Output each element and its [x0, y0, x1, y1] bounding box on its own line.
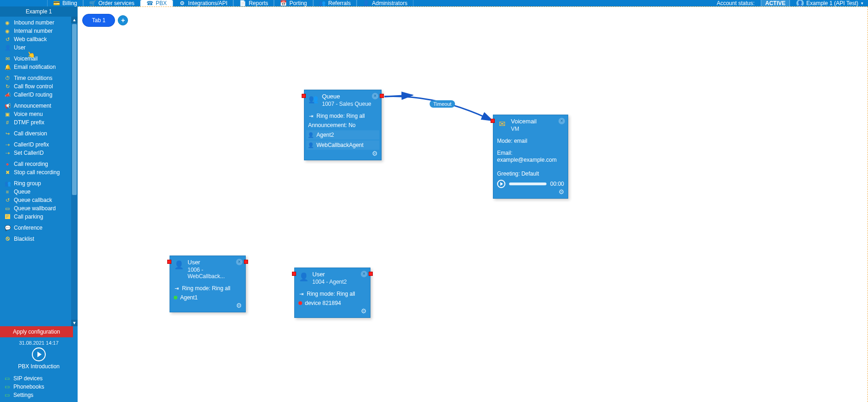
port-out[interactable] [369, 272, 373, 276]
palette-icon: 📣 [5, 92, 10, 97]
port-in[interactable] [302, 94, 306, 98]
nav-icon: 👤 [363, 0, 369, 6]
palette-item-callerid-routing[interactable]: 📣CallerID routing [0, 91, 78, 99]
play-greeting-button[interactable] [497, 180, 505, 188]
nav-label: PBX [156, 0, 167, 6]
gear-icon[interactable]: ⚙ [360, 307, 367, 315]
port-in[interactable] [292, 272, 296, 276]
palette-icon: ▣ [5, 112, 10, 117]
bottom-link-sip-devices[interactable]: ▭SIP devices [5, 374, 73, 383]
palette-item-queue[interactable]: ≡Queue [0, 188, 78, 196]
palette-label: Call flow control [14, 83, 53, 90]
node-user-1004[interactable]: × 👤 User 1004 - Agent2 ⇥Ring mode: Ring … [294, 268, 370, 318]
play-icon [500, 182, 503, 186]
link-icon: ▭ [5, 392, 10, 398]
avatar-icon: 👤 [796, 0, 804, 7]
palette-icon: ▭ [5, 206, 10, 211]
palette-item-call-parking[interactable]: 🅿Call parking [0, 213, 78, 221]
vm-email-value: example@example.com [497, 157, 557, 163]
palette-label: User [14, 44, 25, 51]
palette-item-queue-wallboard[interactable]: ▭Queue wallboard [0, 204, 78, 213]
port-out[interactable] [380, 94, 384, 98]
nav-label: Reports [249, 0, 268, 6]
close-icon[interactable]: × [236, 259, 243, 265]
close-icon[interactable]: × [372, 93, 378, 99]
palette-icon: ◉ [5, 20, 10, 25]
config-timestamp: 31.08.2021 14:17 [19, 340, 59, 346]
palette-label: Stop call recording [14, 169, 60, 176]
palette-item-internal-number[interactable]: ◉Internal number [0, 27, 78, 35]
scroll-up-icon[interactable]: ▲ [71, 17, 78, 23]
nav-tab-billing[interactable]: 💳Billing [47, 0, 83, 6]
apply-configuration-button[interactable]: Apply configuration [0, 326, 73, 337]
add-tab-button[interactable]: + [118, 15, 128, 25]
palette-label: CallerID routing [14, 91, 52, 98]
palette-item-voicemail[interactable]: ✉Voicemail [0, 55, 78, 63]
nav-icon: 🛒 [89, 0, 96, 6]
palette-item-call-flow-control[interactable]: ↻Call flow control [0, 82, 78, 91]
nav-tab-order-services[interactable]: 🛒Order services [83, 0, 140, 6]
nav-tab-integrations-api[interactable]: ⚙Integrations/API [173, 0, 233, 6]
nav-icon: ☎ [146, 0, 153, 6]
palette-item-ring-group[interactable]: 👥Ring group [0, 179, 78, 188]
call-flow-canvas[interactable]: Tab 1 + Timeout × 👥 Queue 1007 - Sal [78, 6, 868, 402]
palette-item-queue-callback[interactable]: ↺Queue callback [0, 196, 78, 204]
gear-icon[interactable]: ⚙ [235, 302, 243, 309]
palette-item-call-recording[interactable]: ●Call recording [0, 160, 78, 168]
scroll-down-icon[interactable]: ▼ [71, 320, 78, 326]
nav-tab-porting[interactable]: 📅Porting [274, 0, 313, 6]
node-subtitle: 1007 - Sales Queue [322, 101, 371, 107]
palette-item-user[interactable]: 👤User [0, 43, 78, 52]
palette-label: DTMF prefix [14, 119, 44, 126]
palette-item-announcement[interactable]: 📢Announcement [0, 102, 78, 110]
nav-tab-reports[interactable]: 📄Reports [233, 0, 274, 6]
user-icon: 👤 [308, 142, 314, 148]
palette-item-conference[interactable]: 💬Conference [0, 224, 78, 232]
bottom-link-settings[interactable]: ▭Settings [5, 391, 73, 399]
greeting-duration: 00:00 [550, 181, 564, 187]
palette-item-call-diversion[interactable]: ↪Call diversion [0, 129, 78, 138]
palette-item-time-conditions[interactable]: ⏱Time conditions [0, 74, 78, 82]
bottom-link-phonebooks[interactable]: ▭Phonebooks [5, 383, 73, 391]
palette-item-callerid-prefix[interactable]: ⇢CallerID prefix [0, 140, 78, 149]
canvas-tabs: Tab 1 + [82, 14, 128, 27]
palette-item-voice-menu[interactable]: ▣Voice menu [0, 110, 78, 118]
palette-item-dtmf-prefix[interactable]: #DTMF prefix [0, 118, 78, 127]
node-user-1006[interactable]: × 👤 User 1006 - WebCallback... ⇥Ring mod… [170, 256, 246, 312]
palette-icon: ↻ [5, 84, 10, 89]
nav-label: Referrals [328, 0, 351, 6]
close-icon[interactable]: × [361, 271, 367, 277]
nav-tab-administrators[interactable]: 👤Administrators [357, 0, 413, 6]
palette-item-web-callback[interactable]: ↺Web callback [0, 35, 78, 43]
palette-icon: ↪ [5, 131, 10, 136]
close-icon[interactable]: × [558, 118, 565, 124]
port-out[interactable] [244, 260, 248, 264]
vm-email-label: Email: [497, 150, 512, 156]
palette-item-stop-call-recording[interactable]: ✖Stop call recording [0, 168, 78, 177]
gear-icon[interactable]: ⚙ [371, 150, 378, 157]
palette-item-inbound-number[interactable]: ◉Inbound number [0, 18, 78, 27]
scroll-thumb[interactable] [72, 24, 77, 195]
port-in[interactable] [167, 260, 171, 264]
nav-icon: 👥 [319, 0, 326, 6]
palette-item-blacklist[interactable]: 🛇Blacklist [0, 235, 78, 243]
port-in[interactable] [491, 119, 495, 123]
edge-label-timeout[interactable]: Timeout [430, 100, 455, 108]
sidebar-bottom-links: ▭SIP devices▭Phonebooks▭Settings [5, 374, 73, 399]
gear-icon[interactable]: ⚙ [558, 188, 565, 195]
current-user[interactable]: 👤 Example 1 (API Test) ▾ [796, 0, 864, 7]
greeting-progress[interactable] [509, 183, 546, 185]
nav-tab-referrals[interactable]: 👥Referrals [313, 0, 357, 6]
node-queue[interactable]: × 👥 Queue 1007 - Sales Queue ⇥Ring mode:… [304, 90, 382, 160]
palette-item-email-notification[interactable]: 🔔Email notification [0, 63, 78, 71]
palette-label: Web callback [14, 36, 47, 43]
nav-tab-pbx[interactable]: ☎PBX [140, 0, 173, 6]
scrollbar[interactable]: ▲ ▼ [71, 17, 78, 326]
user-icon: 👤 [174, 260, 184, 270]
status-dot-offline-icon [298, 301, 302, 305]
palette-label: Internal number [14, 28, 53, 34]
play-intro-button[interactable] [32, 347, 46, 361]
node-voicemail[interactable]: × ✉ Voicemail VM Mode: email Email: exam… [493, 115, 568, 199]
palette-item-set-callerid[interactable]: ⇢Set CallerID [0, 149, 78, 157]
canvas-tab-1[interactable]: Tab 1 [82, 14, 115, 27]
